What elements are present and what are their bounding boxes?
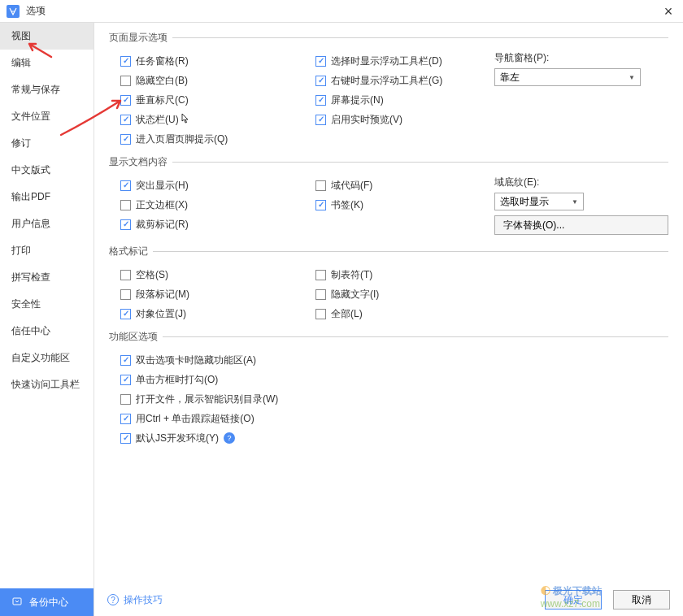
format-marks-checkbox-1[interactable]: 隐藏文字(I) xyxy=(315,284,494,304)
sidebar-item-12[interactable]: 自定义功能区 xyxy=(0,345,94,371)
sidebar-item-6[interactable]: 输出PDF xyxy=(0,184,94,210)
checkbox-label: 书签(K) xyxy=(331,198,363,212)
format-marks-checkbox-0[interactable]: 空格(S) xyxy=(120,265,315,284)
ribbon-checkbox-3[interactable]: 用Ctrl + 单击跟踪超链接(O) xyxy=(120,409,668,428)
page-display-checkbox-3[interactable]: 启用实时预览(V) xyxy=(315,110,494,129)
cancel-button[interactable]: 取消 xyxy=(613,590,670,609)
font-replace-button[interactable]: 字体替换(O)... xyxy=(494,215,668,235)
page-display-checkbox-4[interactable]: 进入页眉页脚提示(Q) xyxy=(120,129,315,149)
checkbox-label: 突出显示(H) xyxy=(136,179,189,193)
ok-button[interactable]: 确定 xyxy=(545,590,602,609)
checkbox-icon xyxy=(120,433,131,444)
checkbox-icon xyxy=(120,289,131,300)
checkbox-icon xyxy=(120,219,131,230)
section-title: 功能区选项 xyxy=(109,330,158,344)
doc-content-checkbox-0[interactable]: 突出显示(H) xyxy=(120,176,315,195)
sidebar-item-10[interactable]: 安全性 xyxy=(0,291,94,318)
checkbox-icon xyxy=(315,95,326,106)
doc-content-checkbox-0[interactable]: 域代码(F) xyxy=(315,176,494,195)
checkbox-label: 隐藏空白(B) xyxy=(136,74,188,88)
chevron-down-icon: ▼ xyxy=(629,74,635,81)
sidebar-item-13[interactable]: 快速访问工具栏 xyxy=(0,371,94,398)
checkbox-icon xyxy=(120,180,131,191)
checkbox-label: 选择时显示浮动工具栏(D) xyxy=(331,54,442,68)
checkbox-icon xyxy=(315,309,326,319)
checkbox-icon xyxy=(120,355,131,366)
sidebar-item-3[interactable]: 文件位置 xyxy=(0,103,94,130)
checkbox-icon xyxy=(315,200,326,210)
section-title: 格式标记 xyxy=(109,245,148,258)
doc-content-checkbox-2[interactable]: 裁剪标记(R) xyxy=(120,215,315,234)
section-format-marks: 格式标记 空格(S)段落标记(M)对象位置(J) 制表符(T)隐藏文字(I)全部… xyxy=(109,245,668,323)
close-icon[interactable]: × xyxy=(660,3,676,20)
checkbox-label: 打开文件，展示智能识别目录(W) xyxy=(136,393,278,406)
checkbox-icon xyxy=(120,76,131,86)
sidebar-item-2[interactable]: 常规与保存 xyxy=(0,76,94,103)
checkbox-label: 双击选项卡时隐藏功能区(A) xyxy=(136,354,256,367)
checkbox-label: 右键时显示浮动工具栏(G) xyxy=(331,74,442,88)
checkbox-label: 单击方框时打勾(O) xyxy=(136,373,218,387)
format-marks-checkbox-0[interactable]: 制表符(T) xyxy=(315,265,494,284)
format-marks-checkbox-2[interactable]: 对象位置(J) xyxy=(120,304,315,323)
format-marks-checkbox-1[interactable]: 段落标记(M) xyxy=(120,284,315,304)
checkbox-icon xyxy=(315,76,326,86)
checkbox-icon xyxy=(120,375,131,385)
sidebar-item-1[interactable]: 编辑 xyxy=(0,50,94,76)
sidebar: 视图编辑常规与保存文件位置修订中文版式输出PDF用户信息打印拼写检查安全性信任中… xyxy=(0,23,94,616)
app-icon xyxy=(7,5,20,18)
checkbox-label: 对象位置(J) xyxy=(136,307,186,321)
doc-content-checkbox-1[interactable]: 书签(K) xyxy=(315,195,494,215)
checkbox-icon xyxy=(315,270,326,280)
page-display-checkbox-2[interactable]: 屏幕提示(N) xyxy=(315,90,494,110)
footer: ? 操作技巧 ◐ 极光下载站 www.xz7.com 确定 取消 xyxy=(94,583,683,616)
sidebar-item-7[interactable]: 用户信息 xyxy=(0,210,94,237)
format-marks-checkbox-2[interactable]: 全部(L) xyxy=(315,304,494,323)
checkbox-label: 屏幕提示(N) xyxy=(331,93,384,107)
checkbox-icon xyxy=(120,394,131,405)
sidebar-item-0[interactable]: 视图 xyxy=(0,23,94,50)
checkbox-icon xyxy=(120,115,131,125)
ribbon-checkbox-4[interactable]: 默认JS开发环境(Y)? xyxy=(120,428,668,448)
checkbox-label: 隐藏文字(I) xyxy=(331,288,379,301)
page-display-checkbox-0[interactable]: 任务窗格(R) xyxy=(120,51,315,71)
checkbox-label: 进入页眉页脚提示(Q) xyxy=(136,132,228,146)
content-panel: 页面显示选项 任务窗格(R)隐藏空白(B)垂直标尺(C)状态栏(U)进入页眉页脚… xyxy=(94,23,683,616)
checkbox-label: 域代码(F) xyxy=(331,179,372,193)
sidebar-item-11[interactable]: 信任中心 xyxy=(0,318,94,345)
doc-content-checkbox-1[interactable]: 正文边框(X) xyxy=(120,195,315,215)
checkbox-icon xyxy=(120,270,131,280)
window-title: 选项 xyxy=(26,4,46,18)
sidebar-item-5[interactable]: 中文版式 xyxy=(0,157,94,184)
checkbox-icon xyxy=(120,134,131,145)
backup-center-button[interactable]: 备份中心 xyxy=(0,588,94,616)
nav-pane-dropdown[interactable]: 靠左 ▼ xyxy=(494,68,641,86)
page-display-checkbox-1[interactable]: 隐藏空白(B) xyxy=(120,71,315,90)
page-display-checkbox-1[interactable]: 右键时显示浮动工具栏(G) xyxy=(315,71,494,90)
tips-link[interactable]: ? 操作技巧 xyxy=(107,593,163,607)
checkbox-label: 制表符(T) xyxy=(331,268,372,282)
sidebar-item-8[interactable]: 打印 xyxy=(0,237,94,264)
titlebar: 选项 × xyxy=(0,0,683,23)
ribbon-checkbox-2[interactable]: 打开文件，展示智能识别目录(W) xyxy=(120,389,668,409)
page-display-checkbox-0[interactable]: 选择时显示浮动工具栏(D) xyxy=(315,51,494,71)
backup-icon xyxy=(11,596,23,609)
backup-center-label: 备份中心 xyxy=(29,596,68,609)
page-display-checkbox-3[interactable]: 状态栏(U) xyxy=(120,110,315,129)
info-icon[interactable]: ? xyxy=(224,432,235,444)
ribbon-checkbox-0[interactable]: 双击选项卡时隐藏功能区(A) xyxy=(120,350,668,370)
sidebar-item-4[interactable]: 修订 xyxy=(0,130,94,157)
checkbox-icon xyxy=(120,309,131,319)
sidebar-item-9[interactable]: 拼写检查 xyxy=(0,264,94,291)
checkbox-label: 垂直标尺(C) xyxy=(136,93,189,107)
checkbox-label: 全部(L) xyxy=(331,307,363,321)
checkbox-icon xyxy=(120,200,131,210)
section-doc-content: 显示文档内容 突出显示(H)正文边框(X)裁剪标记(R) 域代码(F)书签(K)… xyxy=(109,155,668,238)
checkbox-icon xyxy=(120,95,131,106)
field-shading-label: 域底纹(E): xyxy=(494,176,668,189)
checkbox-label: 段落标记(M) xyxy=(136,288,189,301)
page-display-checkbox-2[interactable]: 垂直标尺(C) xyxy=(120,90,315,110)
field-shading-dropdown[interactable]: 选取时显示 ▼ xyxy=(494,193,584,210)
ribbon-checkbox-1[interactable]: 单击方框时打勾(O) xyxy=(120,370,668,389)
section-page-display: 页面显示选项 任务窗格(R)隐藏空白(B)垂直标尺(C)状态栏(U)进入页眉页脚… xyxy=(109,31,668,149)
checkbox-label: 启用实时预览(V) xyxy=(331,113,402,127)
